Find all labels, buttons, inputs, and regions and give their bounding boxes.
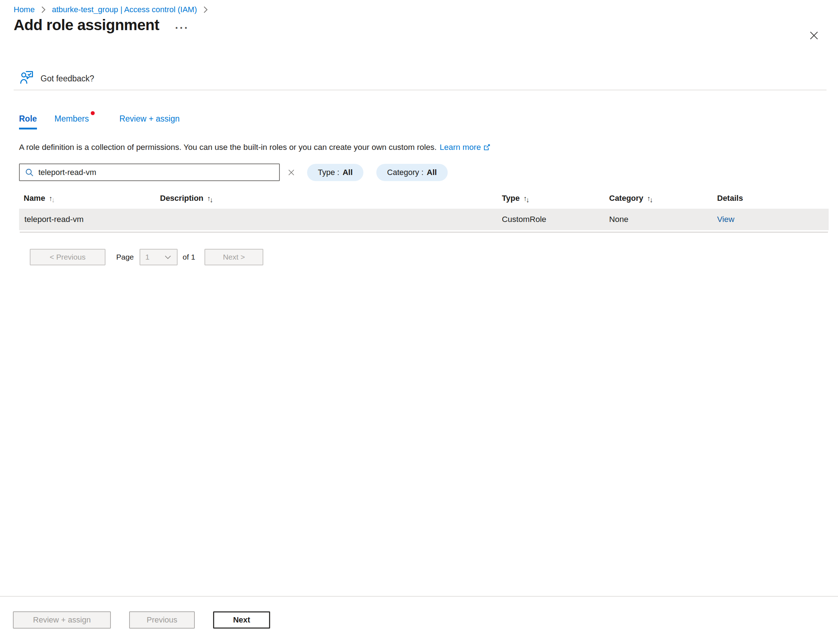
filter-type-label: Type :	[318, 168, 339, 177]
role-description: A role definition is a collection of per…	[19, 143, 491, 152]
filter-category-label: Category :	[387, 168, 424, 177]
members-alert-badge	[91, 111, 95, 115]
column-details-label: Details	[717, 194, 743, 203]
chevron-right-icon	[41, 6, 46, 14]
column-header-type[interactable]: Type ↑↓	[502, 194, 609, 203]
page-number-value: 1	[145, 253, 150, 261]
page-count-label: of 1	[183, 253, 195, 261]
previous-page-button[interactable]: < Previous	[30, 249, 105, 265]
tab-bar: Role Members Review + assign	[19, 114, 180, 130]
sort-icon: ↑↓	[524, 194, 528, 203]
column-header-details: Details	[717, 194, 829, 203]
footer-divider	[0, 596, 838, 597]
column-type-label: Type	[502, 194, 520, 203]
row-type-cell: CustomRole	[502, 215, 609, 224]
breadcrumb-home-link[interactable]: Home	[14, 5, 35, 14]
search-input[interactable]	[38, 164, 279, 181]
breadcrumb-iam-link[interactable]: atburke-test_group | Access control (IAM…	[52, 5, 197, 14]
pagination: < Previous Page 1 of 1 Next >	[30, 249, 263, 265]
chevron-right-icon	[203, 6, 208, 14]
view-details-link[interactable]: View	[717, 215, 734, 224]
page-title: Add role assignment	[14, 16, 159, 34]
clear-search-icon[interactable]	[286, 167, 297, 178]
table-bottom-border	[20, 232, 828, 233]
column-header-description[interactable]: Description ↑↓	[160, 194, 502, 203]
feedback-person-icon	[20, 69, 34, 87]
more-options-icon[interactable]: ···	[175, 23, 189, 33]
row-category-cell: None	[609, 215, 717, 224]
sort-icon: ↑↓	[647, 194, 652, 203]
page-label: Page	[116, 253, 134, 261]
next-step-button[interactable]: Next	[213, 611, 270, 629]
got-feedback-button[interactable]: Got feedback?	[20, 69, 94, 87]
tab-role[interactable]: Role	[19, 114, 37, 130]
column-header-name[interactable]: Name ↑↓	[19, 194, 160, 203]
row-name-cell: teleport-read-vm	[19, 215, 160, 224]
sort-icon: ↑↓	[49, 194, 54, 203]
review-assign-button[interactable]: Review + assign	[13, 611, 111, 629]
learn-more-link[interactable]: Learn more	[440, 143, 491, 152]
chevron-down-icon	[164, 253, 172, 261]
search-icon	[25, 168, 34, 177]
filter-type-pill[interactable]: Type : All	[307, 164, 364, 181]
role-search-box[interactable]	[19, 164, 280, 181]
column-description-label: Description	[160, 194, 203, 203]
roles-table: Name ↑↓ Description ↑↓ Type ↑↓ Category …	[19, 191, 829, 233]
next-page-button[interactable]: Next >	[204, 249, 263, 265]
learn-more-label: Learn more	[440, 143, 481, 152]
column-header-category[interactable]: Category ↑↓	[609, 194, 717, 203]
footer-actions: Review + assign Previous Next	[13, 611, 270, 629]
close-icon[interactable]	[808, 30, 820, 42]
page-header: Add role assignment ···	[14, 16, 189, 34]
header-divider	[14, 90, 826, 90]
role-description-text: A role definition is a collection of per…	[19, 143, 436, 152]
breadcrumb: Home atburke-test_group | Access control…	[14, 5, 208, 14]
tab-review-assign[interactable]: Review + assign	[119, 114, 180, 130]
tab-members-label: Members	[54, 114, 89, 123]
filter-category-pill[interactable]: Category : All	[376, 164, 448, 181]
filter-type-value: All	[342, 168, 352, 177]
page-number-dropdown[interactable]: 1	[140, 249, 178, 265]
external-link-icon	[483, 143, 491, 151]
table-header-row: Name ↑↓ Description ↑↓ Type ↑↓ Category …	[19, 191, 829, 209]
tab-members[interactable]: Members	[54, 114, 89, 130]
filter-category-value: All	[427, 168, 437, 177]
search-filter-row: Type : All Category : All	[19, 164, 448, 181]
got-feedback-label: Got feedback?	[41, 74, 94, 84]
previous-step-button[interactable]: Previous	[129, 611, 195, 629]
table-row[interactable]: teleport-read-vm CustomRole None View	[19, 209, 829, 230]
column-name-label: Name	[24, 194, 45, 203]
sort-icon: ↑↓	[207, 194, 212, 203]
column-category-label: Category	[609, 194, 643, 203]
